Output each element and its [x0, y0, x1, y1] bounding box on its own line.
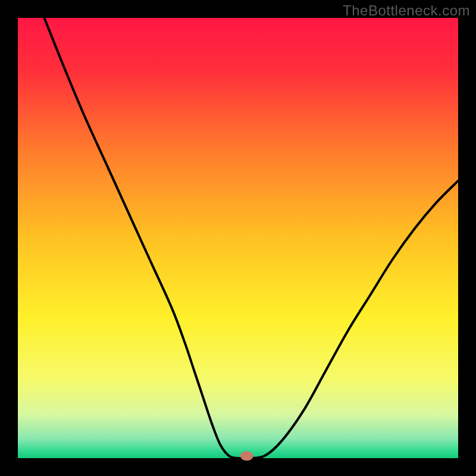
plot-background: [18, 18, 458, 458]
chart-frame: TheBottleneck.com: [0, 0, 476, 476]
chart-canvas: [0, 0, 476, 476]
optimal-point-marker: [240, 451, 253, 461]
watermark-text: TheBottleneck.com: [343, 2, 470, 19]
